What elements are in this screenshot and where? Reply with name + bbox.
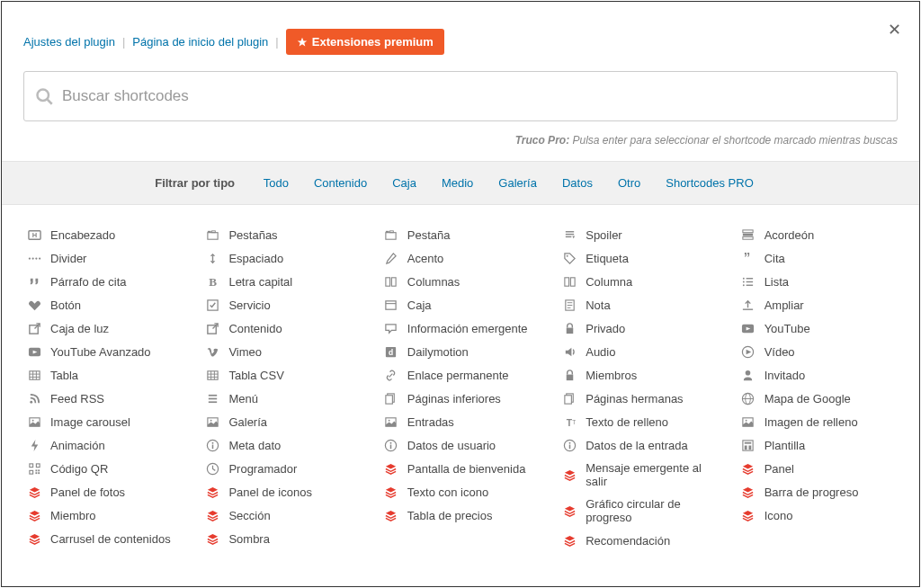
shortcode-item[interactable]: Nota (550, 293, 728, 316)
filter-medio[interactable]: Medio (442, 176, 473, 190)
shortcode-item[interactable]: Datos de usuario (371, 433, 550, 457)
info-icon (562, 438, 577, 452)
shortcode-item[interactable]: Imagen de relleno (729, 410, 907, 433)
shortcode-item[interactable]: Menú (192, 387, 371, 410)
shortcode-item[interactable]: Columnas (371, 270, 550, 293)
shortcode-item[interactable]: Programador (192, 457, 371, 480)
shortcode-item[interactable]: Páginas inferiores (371, 387, 550, 410)
shortcode-item[interactable]: Dailymotion (371, 340, 550, 363)
shortcode-item[interactable]: Animación (14, 433, 192, 457)
filter-otro[interactable]: Otro (618, 176, 640, 190)
shortcode-item[interactable]: Panel de fotos (14, 480, 192, 503)
shortcode-label: Spoiler (586, 228, 621, 242)
shortcode-item[interactable]: Panel (729, 457, 907, 480)
shortcode-item[interactable]: Pantalla de bienvenida (371, 457, 550, 480)
shortcode-item[interactable]: Miembros (550, 363, 728, 387)
premium-extensions-button[interactable]: Extensiones premium (286, 29, 444, 55)
shortcode-item[interactable]: Párrafo de cita (14, 270, 192, 293)
shortcode-item[interactable]: Image carousel (14, 410, 192, 433)
shortcode-label: Tabla (50, 369, 78, 382)
search-box[interactable] (23, 71, 898, 121)
shortcode-item[interactable]: Tabla de precios (371, 503, 550, 527)
layers-icon (205, 531, 219, 546)
shortcode-item[interactable]: Ampliar (729, 293, 907, 316)
shortcode-item[interactable]: Spoiler (550, 223, 728, 246)
youtube-icon (741, 321, 756, 335)
shortcode-item[interactable]: Privado (550, 316, 728, 340)
shortcode-item[interactable]: YouTube Avanzado (14, 340, 192, 363)
shortcode-item[interactable]: Gráfico circular de progreso (550, 493, 728, 529)
shortcode-label: Servicio (228, 298, 270, 312)
shortcode-item[interactable]: Carrusel de contenidos (14, 527, 192, 550)
accordion-icon (741, 227, 756, 242)
shortcode-item[interactable]: Letra capital (192, 270, 371, 293)
shortcode-item[interactable]: Botón (14, 293, 192, 316)
search-input[interactable] (62, 87, 886, 105)
table-icon (205, 368, 219, 382)
shortcode-item[interactable]: Meta dato (192, 433, 371, 457)
shortcode-item[interactable]: Divider (14, 246, 192, 270)
shortcode-item[interactable]: Vimeo (192, 340, 371, 363)
qr-icon (27, 461, 41, 476)
shortcode-item[interactable]: Icono (729, 503, 907, 527)
shortcode-item[interactable]: Lista (729, 270, 907, 293)
filter-todo[interactable]: Todo (264, 176, 289, 190)
shortcode-item[interactable]: Columna (550, 270, 728, 293)
shortcode-item[interactable]: Sección (192, 503, 371, 527)
shortcode-item[interactable]: Audio (550, 340, 728, 363)
shortcode-item[interactable]: YouTube (729, 316, 907, 340)
shortcode-item[interactable]: Acento (371, 246, 550, 270)
shortcode-item[interactable]: Recomendación (550, 529, 728, 552)
filter-caja[interactable]: Caja (392, 176, 416, 190)
shortcode-item[interactable]: Pestaña (371, 223, 550, 246)
shortcode-item[interactable]: Datos de la entrada (550, 433, 728, 457)
shortcode-item[interactable]: Panel de iconos (192, 480, 371, 503)
shortcode-item[interactable]: Espaciado (192, 246, 371, 270)
filter-contenido[interactable]: Contenido (314, 176, 367, 190)
shortcode-item[interactable]: Enlace permanente (371, 363, 550, 387)
shortcode-item[interactable]: Tabla CSV (192, 363, 371, 387)
shortcode-item[interactable]: Galería (192, 410, 371, 433)
shortcode-item[interactable]: Encabezado (14, 223, 192, 246)
filter-datos[interactable]: Datos (562, 176, 593, 190)
shortcode-item[interactable]: Texto de relleno (550, 410, 728, 433)
shortcode-item[interactable]: Mensaje emergente al salir (550, 457, 728, 493)
shortcode-item[interactable]: Servicio (192, 293, 371, 316)
shortcode-item[interactable]: Sombra (192, 527, 371, 550)
shortcode-item[interactable]: Caja (371, 293, 550, 316)
shortcode-item[interactable]: Vídeo (729, 340, 907, 363)
layers-icon (384, 508, 398, 522)
shortcode-item[interactable]: Feed RSS (14, 387, 192, 410)
divider-icon (27, 251, 41, 265)
shortcode-item[interactable]: Cita (729, 246, 907, 270)
shortcode-item[interactable]: Acordeón (729, 223, 907, 246)
shortcode-label: Vimeo (228, 345, 262, 359)
shortcode-item[interactable]: Plantilla (729, 433, 907, 457)
shortcode-item[interactable]: Tabla (14, 363, 192, 387)
shortcode-item[interactable]: Mapa de Google (729, 387, 907, 410)
plugin-settings-link[interactable]: Ajustes del plugin (23, 35, 115, 49)
filter-galería[interactable]: Galería (498, 176, 537, 190)
shortcode-item[interactable]: Pestañas (192, 223, 371, 246)
shortcode-item[interactable]: Entradas (371, 410, 550, 433)
image-icon (27, 414, 41, 429)
globe-icon (741, 391, 756, 405)
shortcode-item[interactable]: Invitado (729, 363, 907, 387)
shortcode-item[interactable]: Miembro (14, 503, 192, 527)
box-icon (384, 298, 398, 312)
shortcode-item[interactable]: Barra de progreso (729, 480, 907, 503)
shortcode-item[interactable]: Caja de luz (14, 316, 192, 340)
shortcode-item[interactable]: Texto con icono (371, 480, 550, 503)
texticon-icon (562, 414, 577, 429)
shortcode-label: Mapa de Google (765, 392, 851, 405)
shortcode-item[interactable]: Etiqueta (550, 246, 728, 270)
plugin-home-link[interactable]: Página de inicio del plugin (132, 35, 268, 49)
shortcode-item[interactable]: Código QR (14, 457, 192, 480)
shortcode-item[interactable]: Páginas hermanas (550, 387, 728, 410)
close-button[interactable]: ✕ (888, 20, 901, 40)
shortcode-item[interactable]: Contenido (192, 316, 371, 340)
layers-icon (741, 461, 756, 476)
image-icon (205, 414, 219, 429)
filter-shortcodes-pro[interactable]: Shortcodes PRO (666, 176, 754, 190)
shortcode-item[interactable]: Información emergente (371, 316, 550, 340)
